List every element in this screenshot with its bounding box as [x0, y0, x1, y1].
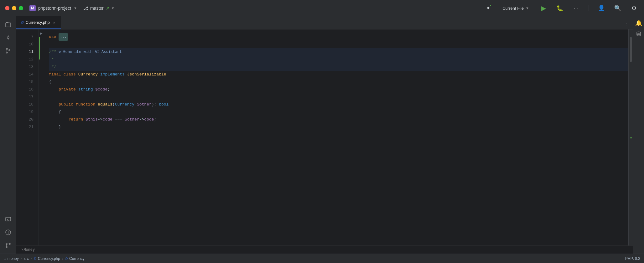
crumb-sep-1: › — [21, 256, 22, 261]
line-num-15: 15 — [29, 78, 34, 86]
titlebar: M phpstorm-project ▼ ⎇ master ↗ ▼ ✦ Curr… — [0, 0, 644, 16]
breadcrumb-src[interactable]: src — [24, 256, 29, 261]
project-selector[interactable]: M phpstorm-project ▼ — [29, 5, 77, 11]
sidebar-item-git[interactable] — [3, 240, 14, 251]
namespace-bar: \Money — [16, 245, 633, 254]
svg-point-2 — [7, 37, 9, 39]
code-content[interactable]: use ... /** ⊙ Generate with AI Assistant… — [44, 29, 628, 245]
line-num-10: 10 — [29, 41, 34, 48]
branch-icon: ⎇ — [83, 6, 88, 11]
code-line-20: return $this -> code === $other -> code … — [49, 116, 628, 123]
maximize-button[interactable] — [19, 6, 23, 10]
scrollbar-thumb[interactable] — [630, 37, 632, 62]
sidebar-item-branches[interactable] — [3, 45, 14, 56]
code-line-18: public function equals ( Currency $other… — [49, 101, 628, 108]
line-numbers: 7 10 11 12 13 14 15 16 17 18 19 20 21 — [16, 29, 39, 245]
fold-line-7[interactable]: ▶ — [39, 29, 44, 37]
code-line-11: /** ⊙ Generate with AI Assistant — [49, 48, 628, 56]
sidebar-item-commits[interactable] — [3, 32, 14, 43]
line-num-13: 13 — [29, 63, 34, 71]
close-button[interactable] — [5, 6, 9, 10]
code-line-10 — [49, 41, 628, 48]
project-name: phpstorm-project — [38, 6, 71, 11]
php-version: PHP: 8.2 — [625, 256, 640, 261]
line-num-14: 14 — [29, 71, 34, 78]
breadcrumb-class[interactable]: © Currency — [65, 256, 85, 261]
main-area: © Currency.php × ⋮ 7 10 11 12 13 14 15 1… — [0, 16, 644, 254]
branch-dropdown-icon: ▼ — [111, 6, 115, 10]
code-line-14: final class Currency implements JsonSeri… — [49, 71, 628, 78]
line-num-21: 21 — [29, 123, 34, 131]
editor-container: © Currency.php × ⋮ 7 10 11 12 13 14 15 1… — [16, 16, 633, 254]
line-num-11: 11 — [29, 48, 34, 56]
code-line-15: { — [49, 78, 628, 86]
breadcrumb-project[interactable]: □ money — [4, 256, 19, 261]
change-indicator — [39, 37, 40, 59]
search-button[interactable]: 🔍 — [613, 3, 623, 13]
debug-button[interactable]: 🐛 — [555, 3, 565, 13]
svg-point-13 — [8, 233, 8, 234]
svg-point-18 — [637, 32, 641, 34]
right-utility-bar: 🔔 — [633, 16, 644, 254]
line-num-12: 12 — [29, 56, 34, 63]
titlebar-right: ✦ Current File ▼ ▶ 🐛 ⋯ 👤 🔍 ⚙ — [483, 3, 639, 13]
bottom-bar: □ money › src › © Currency.php › © Curre… — [0, 254, 644, 263]
scrollbar[interactable] — [628, 29, 633, 245]
code-line-17 — [49, 93, 628, 101]
config-dropdown-icon: ▼ — [526, 6, 529, 10]
tab-menu-button[interactable]: ⋮ — [620, 19, 633, 26]
crumb-sep-2: › — [31, 256, 32, 261]
code-editor[interactable]: 7 10 11 12 13 14 15 16 17 18 19 20 21 ▶ — [16, 29, 633, 245]
code-line-13: */ — [49, 63, 628, 71]
code-line-21: } — [49, 123, 628, 131]
run-config-selector[interactable]: Current File ▼ — [499, 5, 532, 12]
svg-rect-1 — [6, 23, 11, 27]
code-line-7: use ... — [49, 33, 628, 41]
breadcrumb-file[interactable]: © Currency.php — [34, 256, 60, 261]
settings-button[interactable]: ⚙ — [629, 3, 639, 13]
branch-name: master — [90, 6, 104, 11]
branch-arrow-icon: ↗ — [106, 6, 109, 11]
scroll-change-marker — [630, 137, 632, 138]
tab-currency-php[interactable]: © Currency.php × — [16, 16, 61, 29]
left-sidebar — [0, 16, 16, 254]
svg-point-16 — [6, 246, 7, 248]
current-file-label: Current File — [502, 6, 524, 11]
tab-label: Currency.php — [26, 20, 50, 25]
account-button[interactable]: 👤 — [596, 3, 606, 13]
sidebar-item-terminal[interactable] — [3, 214, 14, 225]
line-num-19: 19 — [29, 108, 34, 116]
code-line-12: * — [49, 56, 628, 63]
crumb-sep-3: › — [62, 256, 63, 261]
minimize-button[interactable] — [12, 6, 16, 10]
project-icon: M — [29, 5, 36, 11]
svg-rect-9 — [6, 217, 11, 221]
file-crumb: Currency.php — [38, 256, 60, 261]
sidebar-item-problems[interactable] — [3, 227, 14, 238]
notification-button[interactable]: 🔔 — [634, 19, 643, 28]
line-num-20: 20 — [29, 116, 34, 123]
gutter: ▶ — [39, 29, 44, 245]
branch-selector[interactable]: ⎇ master ↗ ▼ — [83, 6, 115, 11]
more-actions-button[interactable]: ⋯ — [571, 3, 581, 13]
line-num-7: 7 — [31, 33, 34, 41]
code-line-16: private string $code ; — [49, 86, 628, 93]
class-crumb: Currency — [69, 256, 85, 261]
php-file-icon: © — [21, 20, 24, 25]
ai-assistant-button[interactable]: ✦ — [483, 3, 493, 13]
traffic-lights — [5, 6, 23, 10]
tab-bar: © Currency.php × ⋮ — [16, 16, 633, 29]
svg-point-6 — [6, 52, 8, 53]
src-crumb: src — [24, 256, 29, 261]
database-button[interactable] — [634, 29, 643, 38]
line-num-17: 17 — [29, 93, 34, 101]
sidebar-item-files[interactable] — [3, 19, 14, 30]
line-num-18: 18 — [29, 101, 34, 108]
project-crumb: money — [8, 256, 19, 261]
project-dropdown-icon: ▼ — [74, 6, 77, 10]
run-button[interactable]: ▶ — [538, 3, 548, 13]
line-num-16: 16 — [29, 86, 34, 93]
code-line-19: { — [49, 108, 628, 116]
tab-close-button[interactable]: × — [52, 20, 57, 25]
svg-point-5 — [6, 48, 8, 49]
